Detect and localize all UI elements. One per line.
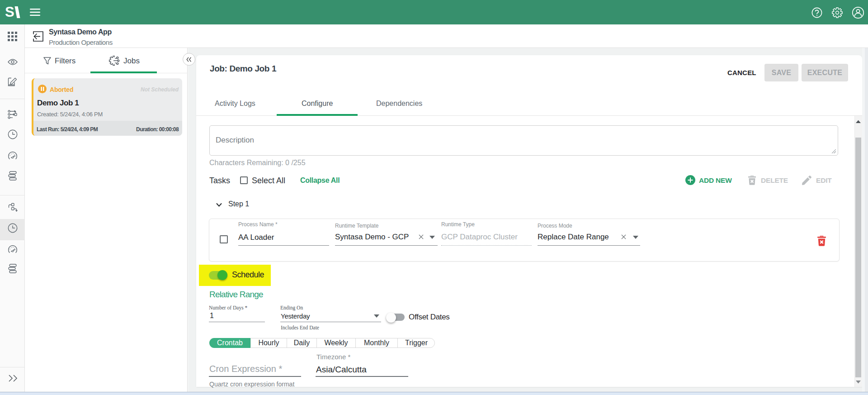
svg-text:S: S — [5, 5, 14, 19]
